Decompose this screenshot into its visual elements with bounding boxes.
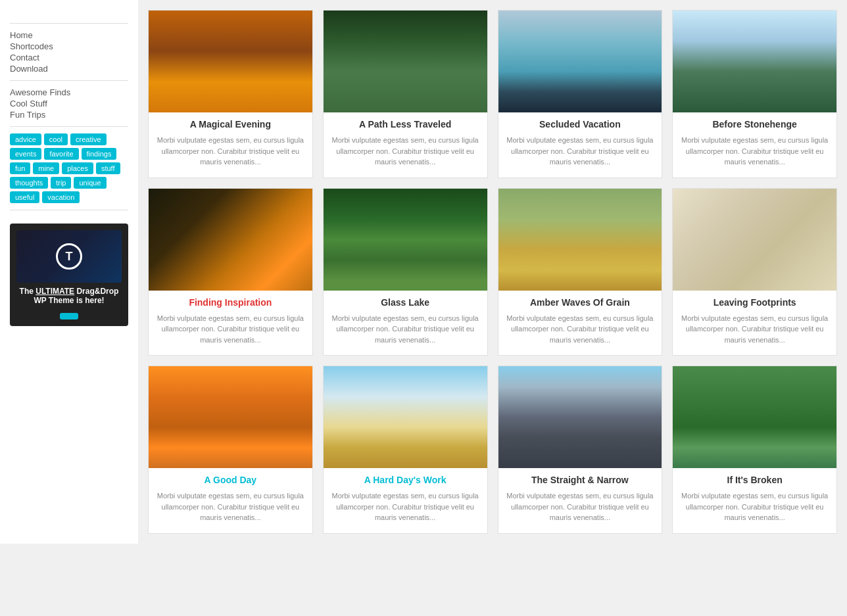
post-excerpt: Morbi vulputate egestas sem, eu cursus l… bbox=[157, 313, 304, 346]
post-title[interactable]: A Magical Evening bbox=[157, 119, 304, 130]
nav-item-shortcodes[interactable]: Shortcodes bbox=[10, 41, 128, 51]
tag-vacation[interactable]: vacation bbox=[42, 191, 80, 203]
ad-body: The ULTIMATE Drag&DropWP Theme is here! bbox=[16, 287, 122, 305]
ad-logo: T bbox=[56, 243, 82, 270]
post-card: If It's Broken Morbi vulputate egestas s… bbox=[672, 366, 837, 534]
post-title[interactable]: Glass Lake bbox=[331, 297, 479, 308]
category-cool-stuff[interactable]: Cool Stuff bbox=[10, 99, 128, 108]
post-image bbox=[149, 11, 312, 112]
post-card: The Straight & Narrow Morbi vulputate eg… bbox=[498, 366, 663, 534]
category-awesome-finds[interactable]: Awesome Finds bbox=[10, 87, 128, 97]
post-image bbox=[498, 189, 662, 291]
category-link-fun-trips[interactable]: Fun Trips bbox=[10, 110, 45, 120]
post-card: A Hard Day's Work Morbi vulputate egesta… bbox=[323, 366, 488, 534]
post-excerpt: Morbi vulputate egestas sem, eu cursus l… bbox=[506, 490, 654, 523]
post-card: A Good Day Morbi vulputate egestas sem, … bbox=[148, 366, 313, 534]
learn-more-button[interactable] bbox=[60, 313, 78, 320]
main-content: A Magical Evening Morbi vulputate egesta… bbox=[138, 0, 847, 544]
category-link-awesome-finds[interactable]: Awesome Finds bbox=[10, 87, 70, 97]
post-image bbox=[149, 366, 312, 468]
post-excerpt: Morbi vulputate egestas sem, eu cursus l… bbox=[681, 313, 829, 346]
category-fun-trips[interactable]: Fun Trips bbox=[10, 110, 128, 120]
post-excerpt: Morbi vulputate egestas sem, eu cursus l… bbox=[331, 313, 479, 346]
tag-places[interactable]: places bbox=[62, 162, 93, 174]
post-title[interactable]: Before Stonehenge bbox=[681, 119, 829, 130]
post-card: Finding Inspiration Morbi vulputate eges… bbox=[148, 188, 313, 356]
post-body: If It's Broken Morbi vulputate egestas s… bbox=[673, 468, 836, 533]
category-link-cool-stuff[interactable]: Cool Stuff bbox=[10, 99, 47, 108]
tag-findings[interactable]: findings bbox=[82, 148, 117, 160]
post-card: Secluded Vacation Morbi vulputate egesta… bbox=[498, 10, 663, 178]
divider-4 bbox=[10, 210, 128, 210]
tags-container: advice cool creative events favorite fin… bbox=[10, 133, 128, 203]
post-excerpt: Morbi vulputate egestas sem, eu cursus l… bbox=[331, 135, 479, 168]
post-excerpt: Morbi vulputate egestas sem, eu cursus l… bbox=[157, 135, 304, 168]
tag-events[interactable]: events bbox=[10, 148, 41, 160]
post-body: A Good Day Morbi vulputate egestas sem, … bbox=[149, 468, 312, 533]
divider-1 bbox=[10, 23, 128, 24]
divider-3 bbox=[10, 126, 128, 127]
post-image bbox=[149, 189, 312, 291]
categories-menu: Awesome Finds Cool Stuff Fun Trips bbox=[10, 87, 128, 120]
nav-item-contact[interactable]: Contact bbox=[10, 53, 128, 62]
tag-trip[interactable]: trip bbox=[51, 177, 71, 189]
post-body: Finding Inspiration Morbi vulputate eges… bbox=[149, 291, 312, 356]
post-title[interactable]: Leaving Footprints bbox=[681, 297, 829, 308]
post-title[interactable]: Amber Waves Of Grain bbox=[506, 297, 654, 308]
post-image bbox=[324, 189, 487, 291]
tag-unique[interactable]: unique bbox=[74, 177, 106, 189]
post-title[interactable]: A Path Less Traveled bbox=[331, 119, 479, 130]
post-title[interactable]: If It's Broken bbox=[681, 475, 829, 485]
tag-fun[interactable]: fun bbox=[10, 162, 30, 174]
tag-favorite[interactable]: favorite bbox=[44, 148, 78, 160]
tag-stuff[interactable]: stuff bbox=[96, 162, 120, 174]
nav-menu: Home Shortcodes Contact Download bbox=[10, 30, 128, 74]
posts-grid: A Magical Evening Morbi vulputate egesta… bbox=[148, 10, 837, 534]
post-card: A Magical Evening Morbi vulputate egesta… bbox=[148, 10, 313, 178]
tag-creative[interactable]: creative bbox=[70, 133, 107, 145]
post-body: Secluded Vacation Morbi vulputate egesta… bbox=[498, 112, 662, 178]
post-body: Before Stonehenge Morbi vulputate egesta… bbox=[673, 112, 836, 178]
sidebar: Home Shortcodes Contact Download Awesome… bbox=[0, 0, 138, 544]
post-excerpt: Morbi vulputate egestas sem, eu cursus l… bbox=[506, 313, 654, 346]
tag-useful[interactable]: useful bbox=[10, 191, 39, 203]
tag-thoughts[interactable]: thoughts bbox=[10, 177, 48, 189]
tags-section: advice cool creative events favorite fin… bbox=[10, 133, 128, 203]
post-body: Glass Lake Morbi vulputate egestas sem, … bbox=[324, 291, 487, 356]
post-image bbox=[673, 366, 836, 468]
nav-link-shortcodes[interactable]: Shortcodes bbox=[10, 41, 53, 51]
post-title[interactable]: Secluded Vacation bbox=[506, 119, 654, 130]
post-body: A Magical Evening Morbi vulputate egesta… bbox=[149, 112, 312, 178]
post-card: Leaving Footprints Morbi vulputate egest… bbox=[672, 188, 837, 356]
post-image bbox=[498, 366, 662, 468]
tag-advice[interactable]: advice bbox=[10, 133, 41, 145]
post-excerpt: Morbi vulputate egestas sem, eu cursus l… bbox=[681, 135, 829, 168]
divider-2 bbox=[10, 80, 128, 81]
nav-link-home[interactable]: Home bbox=[10, 30, 33, 40]
post-card: Amber Waves Of Grain Morbi vulputate ege… bbox=[498, 188, 663, 356]
post-image bbox=[324, 11, 487, 112]
post-card: Before Stonehenge Morbi vulputate egesta… bbox=[672, 10, 837, 178]
post-excerpt: Morbi vulputate egestas sem, eu cursus l… bbox=[681, 490, 829, 523]
post-body: Leaving Footprints Morbi vulputate egest… bbox=[673, 291, 836, 356]
post-excerpt: Morbi vulputate egestas sem, eu cursus l… bbox=[157, 490, 304, 523]
post-card: Glass Lake Morbi vulputate egestas sem, … bbox=[323, 188, 488, 356]
post-excerpt: Morbi vulputate egestas sem, eu cursus l… bbox=[506, 135, 654, 168]
post-image bbox=[673, 189, 836, 291]
post-title[interactable]: The Straight & Narrow bbox=[506, 475, 654, 485]
post-title[interactable]: A Good Day bbox=[157, 475, 304, 485]
nav-item-download[interactable]: Download bbox=[10, 64, 128, 74]
post-title[interactable]: A Hard Day's Work bbox=[331, 475, 479, 485]
nav-link-download[interactable]: Download bbox=[10, 64, 48, 74]
post-body: A Path Less Traveled Morbi vulputate ege… bbox=[324, 112, 487, 178]
post-body: The Straight & Narrow Morbi vulputate eg… bbox=[498, 468, 662, 533]
nav-item-home[interactable]: Home bbox=[10, 30, 128, 40]
post-image bbox=[498, 11, 662, 112]
tag-mine[interactable]: mine bbox=[33, 162, 59, 174]
post-body: A Hard Day's Work Morbi vulputate egesta… bbox=[324, 468, 487, 533]
nav-link-contact[interactable]: Contact bbox=[10, 53, 39, 62]
post-title[interactable]: Finding Inspiration bbox=[157, 297, 304, 308]
post-body: Amber Waves Of Grain Morbi vulputate ege… bbox=[498, 291, 662, 356]
tag-cool[interactable]: cool bbox=[44, 133, 68, 145]
post-excerpt: Morbi vulputate egestas sem, eu cursus l… bbox=[331, 490, 479, 523]
